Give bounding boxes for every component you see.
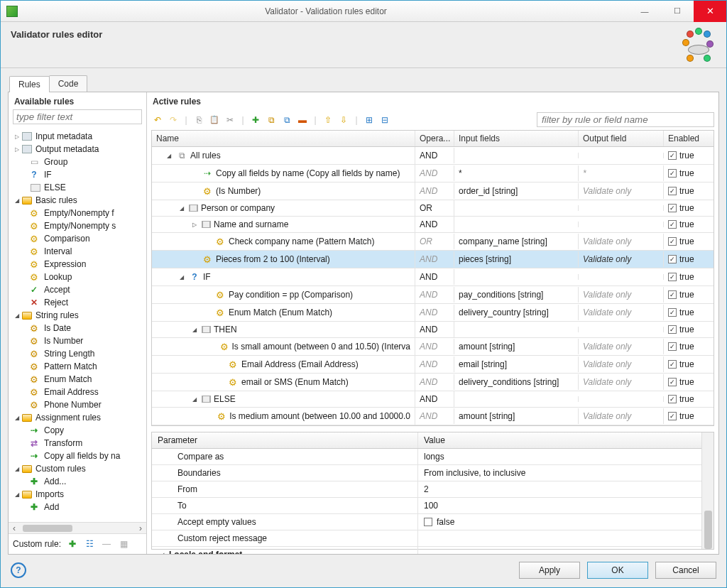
tree-item[interactable]: Interval <box>11 245 146 258</box>
close-button[interactable] <box>694 1 726 22</box>
maximize-button[interactable] <box>661 1 694 22</box>
tree-item[interactable]: Is Date <box>11 322 146 334</box>
params-section-locale[interactable]: ◢Locale and format <box>152 547 701 554</box>
tree-item[interactable]: Reject <box>11 296 146 309</box>
grid-row[interactable]: ◢IFANDtrue <box>152 268 714 286</box>
param-row[interactable]: Custom reject message <box>152 530 701 547</box>
enabled-checkbox[interactable] <box>668 308 677 317</box>
tree-item[interactable]: Lookup <box>11 271 146 283</box>
grid-row[interactable]: Email Address (Email Address)ANDemail [s… <box>152 356 714 374</box>
rule-enabled[interactable]: true <box>664 374 714 390</box>
cut-icon[interactable] <box>224 114 236 126</box>
grid-row[interactable]: Is small amount (between 0 and 10.50) (I… <box>152 338 714 356</box>
custom-rule-config-icon[interactable] <box>84 538 95 550</box>
ok-button[interactable]: OK <box>587 562 648 579</box>
active-rules-filter-input[interactable] <box>537 112 714 127</box>
param-checkbox[interactable] <box>424 518 432 526</box>
tree-item[interactable]: Copy all fields by na <box>11 450 146 462</box>
tree-item[interactable]: Transform <box>11 437 146 450</box>
available-rules-tree[interactable]: Input metadataOutput metadataGroupIFELSE… <box>9 129 146 522</box>
tree-item[interactable]: Comparison <box>11 232 146 245</box>
col-name[interactable]: Name <box>152 131 415 146</box>
enabled-checkbox[interactable] <box>668 187 677 195</box>
custom-rule-grid-icon[interactable] <box>118 538 129 550</box>
tree-item[interactable]: Pattern Match <box>11 360 146 373</box>
rule-enabled[interactable]: true <box>664 165 714 181</box>
enabled-checkbox[interactable] <box>668 360 677 369</box>
grid-row[interactable]: Pieces from 2 to 100 (Interval)ANDpieces… <box>152 251 714 268</box>
rule-enabled[interactable]: true <box>664 148 714 163</box>
tree-item[interactable]: Empty/Nonempty s <box>11 219 146 232</box>
tree-item[interactable]: Group <box>11 156 146 168</box>
enabled-checkbox[interactable] <box>668 290 677 299</box>
tab-rules[interactable]: Rules <box>9 76 50 92</box>
tree-item[interactable]: Basic rules <box>11 194 146 207</box>
cancel-button[interactable]: Cancel <box>655 562 716 579</box>
tree-item[interactable]: Input metadata <box>11 130 146 143</box>
help-icon[interactable]: ? <box>11 562 26 578</box>
enabled-checkbox[interactable] <box>668 342 677 351</box>
tree-item[interactable]: ELSE <box>11 181 146 194</box>
enabled-checkbox[interactable] <box>668 151 677 160</box>
minimize-button[interactable] <box>628 1 661 22</box>
enabled-checkbox[interactable] <box>668 169 677 178</box>
undo-icon[interactable] <box>151 114 164 126</box>
add-group-icon[interactable] <box>265 114 278 126</box>
enabled-checkbox[interactable] <box>668 220 677 229</box>
move-up-icon[interactable] <box>322 114 334 126</box>
tree-item[interactable]: Imports <box>11 488 146 501</box>
rule-enabled[interactable]: true <box>664 269 714 285</box>
enabled-checkbox[interactable] <box>668 378 677 386</box>
rule-enabled[interactable]: true <box>664 391 714 407</box>
enabled-checkbox[interactable] <box>668 412 677 420</box>
enabled-checkbox[interactable] <box>668 237 677 246</box>
expand-all-icon[interactable] <box>363 114 376 126</box>
tree-item[interactable]: Add... <box>11 475 146 488</box>
tree-item[interactable]: Assignment rules <box>11 411 146 424</box>
available-rules-filter-input[interactable] <box>13 109 142 124</box>
redo-icon[interactable] <box>167 114 180 126</box>
param-row[interactable]: Accept empty valuesfalse <box>152 514 701 530</box>
paste-icon[interactable] <box>208 114 221 126</box>
rule-enabled[interactable]: true <box>664 251 714 267</box>
enabled-checkbox[interactable] <box>668 204 677 212</box>
enabled-checkbox[interactable] <box>668 273 677 281</box>
grid-row[interactable]: Check company name (Pattern Match)ORcomp… <box>152 233 714 251</box>
rule-enabled[interactable]: true <box>664 408 714 424</box>
tree-item[interactable]: Accept <box>11 283 146 296</box>
grid-row[interactable]: ◢All rulesANDtrue <box>152 147 714 165</box>
col-operator[interactable]: Opera... <box>415 131 454 146</box>
tree-item[interactable]: Expression <box>11 258 146 271</box>
tree-item[interactable]: Email Address <box>11 386 146 398</box>
grid-row[interactable]: ▷Name and surnameANDtrue <box>152 217 714 233</box>
tree-item[interactable]: String Length <box>11 347 146 360</box>
rule-enabled[interactable]: true <box>664 322 714 337</box>
col-value[interactable]: Value <box>418 432 701 448</box>
grid-row[interactable]: Enum Match (Enum Match)ANDdelivery_count… <box>152 304 714 322</box>
rule-enabled[interactable]: true <box>664 305 714 320</box>
grid-row[interactable]: (Is Number)ANDorder_id [string]Validate … <box>152 183 714 200</box>
col-enabled[interactable]: Enabled <box>664 131 714 146</box>
param-row[interactable]: To100 <box>152 498 701 514</box>
grid-row[interactable]: ◢ELSEANDtrue <box>152 391 714 408</box>
tree-item[interactable]: IF <box>11 168 146 181</box>
tree-item[interactable]: Phone Number <box>11 398 146 411</box>
rule-enabled[interactable]: true <box>664 356 714 372</box>
tree-item[interactable]: Is Number <box>11 334 146 347</box>
tab-code[interactable]: Code <box>49 75 88 92</box>
tree-item[interactable]: Output metadata <box>11 143 146 156</box>
param-row[interactable]: Compare aslongs <box>152 449 701 465</box>
copy-icon[interactable] <box>192 114 205 126</box>
tree-item[interactable]: Empty/Nonempty f <box>11 207 146 219</box>
enabled-checkbox[interactable] <box>668 395 677 403</box>
add-special-icon[interactable] <box>280 114 293 126</box>
apply-button[interactable]: Apply <box>519 562 580 579</box>
rule-enabled[interactable]: true <box>664 234 714 249</box>
delete-icon[interactable] <box>296 114 309 126</box>
custom-rule-remove-icon[interactable] <box>101 538 112 550</box>
col-output-field[interactable]: Output field <box>579 131 664 146</box>
grid-body[interactable]: ◢All rulesANDtrueCopy all fields by name… <box>152 147 714 425</box>
add-rule-icon[interactable] <box>249 114 262 126</box>
custom-rule-add-icon[interactable] <box>67 538 78 550</box>
tree-item[interactable]: Copy <box>11 424 146 437</box>
